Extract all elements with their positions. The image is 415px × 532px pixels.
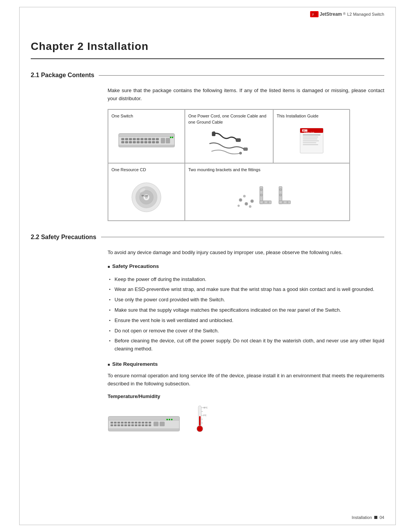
svg-rect-83 — [124, 422, 127, 423]
section-21-header: 2.1 Package Contents — [31, 71, 384, 80]
svg-rect-82 — [121, 422, 123, 423]
cd-label: One Resource CD — [111, 167, 181, 173]
svg-rect-5 — [125, 138, 128, 140]
svg-rect-42 — [303, 140, 319, 141]
package-cell-cables: One Power Cord, one Console Cable and on… — [185, 109, 273, 163]
svg-point-67 — [260, 188, 262, 191]
page-footer: Installation 04 — [0, 514, 415, 521]
svg-rect-30 — [244, 148, 247, 150]
svg-rect-6 — [129, 138, 132, 140]
svg-rect-93 — [118, 425, 120, 426]
svg-rect-81 — [118, 422, 120, 423]
cables-label: One Power Cord, one Console Cable and on… — [188, 113, 270, 126]
chapter-title: Chapter 2 Installation — [31, 38, 384, 55]
svg-rect-103 — [154, 422, 158, 426]
svg-point-105 — [166, 419, 168, 420]
site-req-intro: To ensure normal operation and long serv… — [108, 372, 384, 388]
cables-svg — [206, 130, 252, 157]
switch-label: One Switch — [111, 113, 181, 119]
cables-image — [188, 128, 270, 160]
section-22-body: To avoid any device damage and bodily in… — [108, 249, 384, 435]
safety-bullets: Keep the power off during the installati… — [109, 274, 384, 354]
logo-icon: J — [310, 11, 319, 17]
svg-point-75 — [282, 202, 284, 203]
svg-rect-101 — [145, 425, 148, 426]
brackets-label: Two mounting brackets and the fittings — [188, 167, 347, 173]
svg-rect-22 — [152, 141, 155, 143]
svg-rect-40 — [303, 137, 318, 137]
svg-text:J: J — [312, 13, 314, 16]
svg-text:Installation Guide: Installation Guide — [304, 132, 314, 133]
svg-rect-86 — [135, 422, 137, 423]
svg-rect-90 — [149, 422, 151, 423]
brand-logo: J JetStream® — [310, 11, 346, 18]
svg-rect-25 — [166, 138, 170, 143]
svg-rect-84 — [128, 422, 130, 423]
svg-rect-89 — [145, 422, 148, 423]
site-requirements-subheader: Site Requirements — [108, 360, 384, 368]
svg-rect-19 — [141, 141, 143, 143]
footer-square-icon — [374, 516, 377, 519]
svg-text:0°C: 0°C — [203, 414, 207, 416]
svg-point-62 — [243, 195, 246, 197]
svg-rect-80 — [114, 422, 116, 423]
svg-rect-15 — [125, 141, 128, 143]
guide-svg: TP Installation Guide — [294, 125, 329, 156]
svg-rect-92 — [114, 425, 116, 426]
brackets-svg — [233, 179, 302, 213]
temp-diagram: 40°C 0°C — [108, 404, 384, 435]
svg-rect-99 — [138, 425, 141, 426]
svg-point-73 — [279, 188, 282, 191]
temp-switch-svg — [108, 413, 181, 435]
svg-point-111 — [197, 426, 203, 432]
package-cell-cd: One Resource CD TP-LINK — [108, 163, 185, 221]
svg-rect-17 — [133, 141, 136, 143]
section-22-intro: To avoid any device damage and bodily in… — [108, 249, 384, 257]
svg-rect-8 — [137, 138, 139, 140]
page: J JetStream® L2 Managed Switch Chapter 2… — [0, 0, 415, 532]
svg-rect-21 — [148, 141, 151, 143]
svg-rect-13 — [156, 138, 159, 140]
svg-point-26 — [170, 137, 171, 138]
svg-rect-39 — [303, 134, 320, 135]
brand-name: JetStream — [320, 11, 342, 18]
svg-rect-108 — [108, 429, 179, 431]
footer-page: 04 — [380, 514, 384, 521]
svg-rect-3 — [119, 134, 174, 137]
svg-text:40°C: 40°C — [203, 406, 208, 409]
bullet-4: Make sure that the supply voltage matche… — [109, 305, 384, 316]
bullet-6: Do not open or remove the cover of the S… — [109, 326, 384, 336]
svg-point-68 — [260, 194, 262, 196]
svg-rect-43 — [303, 142, 316, 143]
page-border-left — [19, 7, 20, 525]
svg-rect-28 — [119, 145, 174, 147]
bullet-2: Wear an ESD-preventive wrist strap, and … — [109, 284, 384, 295]
svg-rect-110 — [199, 416, 201, 427]
svg-rect-18 — [137, 141, 139, 143]
svg-rect-7 — [133, 138, 136, 140]
svg-rect-98 — [135, 425, 137, 426]
footer-text: Installation 04 — [352, 514, 384, 521]
section-21: 2.1 Package Contents Make sure that the … — [31, 71, 384, 221]
svg-rect-41 — [303, 139, 317, 139]
svg-rect-32 — [212, 132, 215, 136]
svg-rect-12 — [152, 138, 155, 140]
svg-rect-100 — [142, 425, 144, 426]
svg-point-76 — [287, 202, 288, 203]
svg-rect-24 — [161, 138, 165, 143]
svg-point-70 — [267, 202, 269, 203]
package-cell-switch: One Switch — [108, 109, 185, 163]
bullet-1: Keep the power off during the installati… — [109, 274, 384, 285]
svg-rect-91 — [111, 425, 113, 426]
svg-rect-79 — [111, 422, 113, 423]
svg-rect-44 — [303, 144, 318, 145]
svg-rect-20 — [144, 141, 147, 143]
cd-image: TP-LINK — [111, 175, 181, 217]
guide-image: TP Installation Guide — [277, 121, 347, 160]
section-22-header: 2.2 Safety Precautions — [31, 233, 384, 242]
section-21-intro: Make sure that the package contains the … — [108, 87, 384, 103]
svg-rect-23 — [156, 141, 159, 143]
svg-point-27 — [172, 137, 173, 138]
svg-point-107 — [171, 419, 173, 420]
section-22: 2.2 Safety Precautions To avoid any devi… — [31, 233, 384, 435]
